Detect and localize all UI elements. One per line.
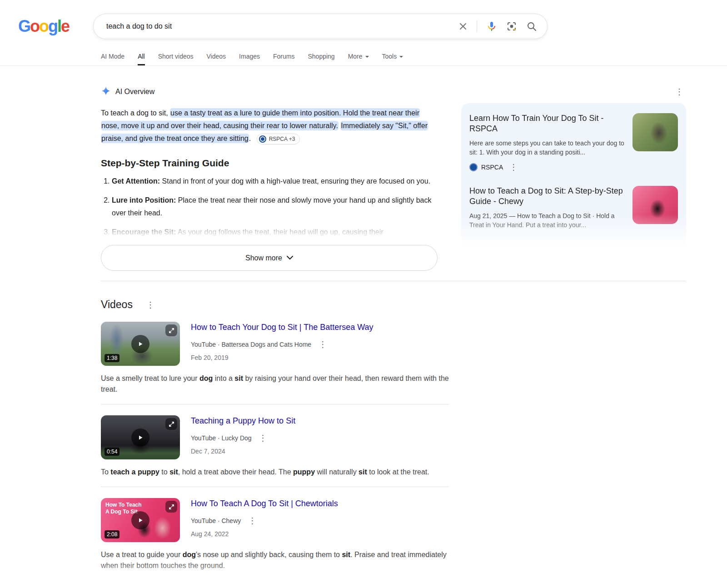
play-icon[interactable] [131,335,149,353]
source-chip[interactable]: RSPCA +3 [257,134,300,145]
tab-ai-mode[interactable]: AI Mode [101,53,124,65]
video-source: YouTube · Battersea Dogs and Cats Home [191,341,311,348]
ai-overview-body: To teach a dog to sit, use a tasty treat… [101,107,438,271]
source-card-title[interactable]: Learn How To Train Your Dog To Sit - RSP… [469,113,625,134]
source-card-title[interactable]: How to Teach a Dog to Sit: A Step-by-Ste… [469,186,625,207]
source-chip-label: RSPCA +3 [269,133,295,145]
video-divider [101,404,449,404]
video-date: Dec 7, 2024 [191,448,295,455]
logo-letter: g [48,17,57,35]
results-nav: AI Mode All Short videos Videos Images F… [101,53,727,65]
expand-icon[interactable] [165,501,177,513]
tab-label: All [138,53,145,60]
video-thumbnail[interactable]: 1:38 [101,322,180,366]
search-bar-divider [477,20,477,32]
source-card-thumbnail[interactable] [632,113,678,151]
video-result-2: 0:54 Teaching a Puppy How to Sit YouTube… [101,415,449,487]
video-description: To teach a puppy to sit, hold a treat ab… [101,467,449,478]
ai-overview-sources-panel: Learn How To Train Your Dog To Sit - RSP… [461,103,686,249]
chevron-down-icon [399,56,403,58]
search-input[interactable] [105,22,458,31]
tab-label: Short videos [158,53,194,60]
video-thumbnail[interactable]: 0:54 [101,415,180,459]
video-thumbnail[interactable]: How To Teach A Dog To Sit 2:08 [101,498,180,542]
logo-letter: G [18,17,30,35]
play-icon[interactable] [131,511,149,529]
video-duration: 2:08 [105,530,120,538]
video-menu-icon[interactable]: ⋮ [245,516,259,526]
show-more-label: Show more [245,254,282,262]
ai-sparkle-icon [101,86,111,98]
section-divider [101,281,686,281]
source-card-snippet: Here are some steps you can take to teac… [469,139,625,157]
video-menu-icon[interactable]: ⋮ [316,339,329,349]
microphone-icon[interactable] [486,21,497,32]
search-header: Google [0,0,727,39]
source-card-rspca[interactable]: Learn How To Train Your Dog To Sit - RSP… [461,105,686,178]
training-step-1: Get Attention: Stand in front of your do… [112,175,438,188]
video-duration: 1:38 [105,354,120,362]
tab-all[interactable]: All [138,53,145,65]
logo-letter: l [57,17,61,35]
tab-label: AI Mode [101,53,124,60]
expand-icon[interactable] [165,418,177,430]
results-content: AI Overview ⋮ To teach a dog to sit, use… [101,66,686,571]
training-steps: Get Attention: Stand in front of your do… [101,175,438,239]
show-more-button[interactable]: Show more [101,245,438,271]
tab-label: Videos [207,53,226,60]
tab-label: Images [239,53,260,60]
tab-short-videos[interactable]: Short videos [158,53,194,65]
video-source: YouTube · Chewy [191,517,241,524]
logo-letter: o [30,17,39,35]
video-title-link[interactable]: Teaching a Puppy How to Sit [191,416,295,426]
source-card-menu-icon[interactable]: ⋮ [507,162,520,172]
source-card-site: RSPCA [481,164,503,171]
logo-letter: o [39,17,48,35]
video-description: Use a smelly treat to lure your dog into… [101,373,449,395]
video-date: Aug 24, 2022 [191,530,338,538]
video-title-link[interactable]: How to Teach Your Dog to Sit | The Batte… [191,323,373,332]
source-card-snippet: Aug 21, 2025 — How to Teach a Dog to Sit… [469,211,625,229]
ai-overview-menu-icon[interactable]: ⋮ [672,87,686,97]
expand-icon[interactable] [165,324,177,336]
videos-heading: Videos [101,299,133,311]
google-lens-icon[interactable] [506,21,517,32]
source-card-chewy[interactable]: How to Teach a Dog to Sit: A Step-by-Ste… [461,178,686,235]
tab-tools[interactable]: Tools [382,53,403,65]
ai-overview-header: AI Overview ⋮ [101,86,686,98]
ai-overview-paragraph: To teach a dog to sit, use a tasty treat… [101,107,438,145]
tab-label: More [348,53,363,60]
video-result-3: How To Teach A Dog To Sit 2:08 How To Te… [101,498,449,571]
videos-menu-icon[interactable]: ⋮ [144,300,157,310]
tab-forums[interactable]: Forums [273,53,294,65]
rspca-favicon-icon [259,135,266,143]
video-menu-icon[interactable]: ⋮ [256,433,270,443]
tab-label: Tools [382,53,397,60]
tab-label: Shopping [308,53,334,60]
video-source: YouTube · Lucky Dog [191,434,252,442]
clear-icon[interactable] [458,22,468,31]
video-title-link[interactable]: How To Teach A Dog To Sit | Chewtorials [191,499,338,508]
search-bar[interactable] [93,14,548,39]
play-icon[interactable] [131,429,149,447]
guide-title: Step-by-Step Training Guide [101,158,438,169]
tab-videos[interactable]: Videos [207,53,226,65]
training-step-3: Encourage the Sit: As your dog follows t… [112,226,438,239]
video-duration: 0:54 [105,448,120,456]
video-result-1: 1:38 How to Teach Your Dog to Sit | The … [101,322,449,404]
ai-overview-label: AI Overview [115,88,154,96]
chevron-down-icon [365,56,369,58]
logo-letter: e [61,17,69,35]
source-card-thumbnail[interactable] [632,186,678,224]
training-step-2: Lure into Position: Place the treat near… [112,194,438,219]
chevron-down-icon [287,256,293,260]
videos-section-header: Videos ⋮ [101,299,686,311]
tab-shopping[interactable]: Shopping [308,53,334,65]
tab-images[interactable]: Images [239,53,260,65]
search-icon[interactable] [526,21,537,32]
video-date: Feb 20, 2019 [191,354,373,361]
tab-more[interactable]: More [348,53,369,65]
video-divider [101,487,449,487]
google-logo[interactable]: Google [18,17,93,36]
tab-label: Forums [273,53,294,60]
